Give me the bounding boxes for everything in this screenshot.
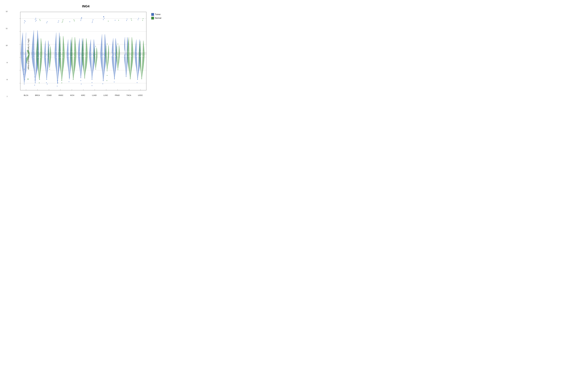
svg-point-81 <box>81 17 82 18</box>
svg-point-79 <box>73 79 74 80</box>
svg-point-35 <box>40 20 41 21</box>
svg-point-104 <box>95 69 96 69</box>
svg-point-125 <box>118 20 119 21</box>
svg-point-51 <box>49 69 50 69</box>
svg-point-105 <box>103 16 104 17</box>
svg-rect-56 <box>56 57 59 57</box>
svg-point-117 <box>107 75 108 76</box>
svg-point-16 <box>24 79 25 80</box>
svg-point-10 <box>24 22 25 23</box>
svg-rect-122 <box>112 56 116 57</box>
svg-point-18 <box>27 54 28 54</box>
svg-point-108 <box>103 54 104 55</box>
svg-point-67 <box>61 83 62 83</box>
chart-title: ING4 <box>3 2 168 9</box>
violin-ucec-normal <box>139 18 144 79</box>
svg-rect-37 <box>37 51 41 51</box>
svg-point-140 <box>130 78 130 79</box>
svg-point-74 <box>74 21 75 21</box>
svg-point-41 <box>47 21 48 22</box>
svg-point-62 <box>63 19 63 20</box>
svg-point-31 <box>34 85 35 85</box>
svg-point-141 <box>138 19 138 20</box>
svg-point-126 <box>117 54 118 54</box>
svg-point-131 <box>126 54 127 54</box>
svg-rect-152 <box>140 56 144 57</box>
x-axis-labels: BLCA BRCA COAD HNSC KICH KIRC LUAD LUSC … <box>20 94 146 96</box>
svg-point-27 <box>35 53 36 55</box>
y-tick-11: 11 <box>6 28 8 29</box>
x-label-coad: COAD <box>47 94 52 96</box>
svg-point-80 <box>81 19 81 19</box>
svg-rect-109 <box>101 52 105 52</box>
svg-rect-91 <box>83 56 86 57</box>
svg-point-75 <box>74 19 74 20</box>
svg-rect-139 <box>128 56 132 57</box>
svg-rect-151 <box>140 52 144 52</box>
svg-rect-97 <box>90 52 94 52</box>
svg-point-95 <box>92 22 93 23</box>
svg-point-15 <box>23 74 24 75</box>
svg-point-53 <box>58 21 59 21</box>
svg-point-94 <box>93 19 94 20</box>
legend-item-normal: Normal <box>151 17 168 19</box>
svg-point-30 <box>35 83 36 83</box>
svg-point-34 <box>39 19 40 20</box>
x-label-kich: KICH <box>70 94 74 96</box>
svg-point-107 <box>103 19 104 20</box>
svg-point-114 <box>107 54 108 54</box>
svg-point-68 <box>69 21 70 22</box>
svg-rect-65 <box>60 57 64 57</box>
svg-point-69 <box>69 54 70 54</box>
chart-body: mRNA Expression (RNASeq V2, log2) 12 11 … <box>3 9 168 105</box>
svg-point-101 <box>92 85 92 86</box>
svg-point-149 <box>143 18 143 19</box>
svg-point-153 <box>141 78 142 79</box>
violin-prad-normal <box>116 20 120 70</box>
svg-rect-77 <box>71 52 75 52</box>
svg-point-143 <box>137 54 138 54</box>
svg-point-42 <box>46 22 47 23</box>
svg-point-123 <box>114 78 115 79</box>
y-tick-10: 10 <box>6 45 8 46</box>
svg-point-36 <box>39 54 40 54</box>
violin-kich-normal <box>70 19 76 80</box>
legend-label-normal: Normal <box>155 17 161 19</box>
svg-point-66 <box>61 80 62 81</box>
svg-point-57 <box>58 83 58 83</box>
svg-point-63 <box>61 54 62 55</box>
svg-point-43 <box>46 54 47 55</box>
svg-point-115 <box>107 43 108 44</box>
svg-rect-121 <box>112 52 116 52</box>
svg-rect-55 <box>56 51 59 52</box>
x-label-blca: BLCA <box>24 94 28 96</box>
x-label-hnsc: HNSC <box>58 94 63 96</box>
svg-point-124 <box>114 82 115 82</box>
svg-rect-44 <box>45 52 48 53</box>
x-label-thca: THCA <box>126 94 131 96</box>
svg-point-89 <box>84 54 85 54</box>
svg-point-21 <box>28 68 28 68</box>
svg-point-52 <box>58 22 59 23</box>
svg-point-9 <box>25 21 26 22</box>
svg-point-14 <box>24 69 25 69</box>
svg-point-88 <box>81 83 82 84</box>
svg-rect-138 <box>128 52 132 52</box>
violin-blca-normal <box>26 47 30 79</box>
svg-point-135 <box>131 20 132 21</box>
y-tick-8: 8 <box>6 79 8 80</box>
svg-point-112 <box>102 83 103 84</box>
svg-point-137 <box>130 54 130 54</box>
x-label-prad: PRAD <box>115 94 120 96</box>
legend-label-tumor: Tumor <box>155 13 161 16</box>
x-label-kirc: KIRC <box>81 94 85 96</box>
svg-point-60 <box>62 21 63 21</box>
svg-point-130 <box>127 19 127 19</box>
svg-point-33 <box>35 77 35 77</box>
svg-rect-98 <box>90 57 94 57</box>
svg-rect-145 <box>136 56 139 57</box>
violin-blca-tumor <box>21 20 26 84</box>
svg-point-8 <box>24 20 25 21</box>
legend-box-normal <box>151 17 154 19</box>
y-tick-9: 9 <box>6 62 8 63</box>
